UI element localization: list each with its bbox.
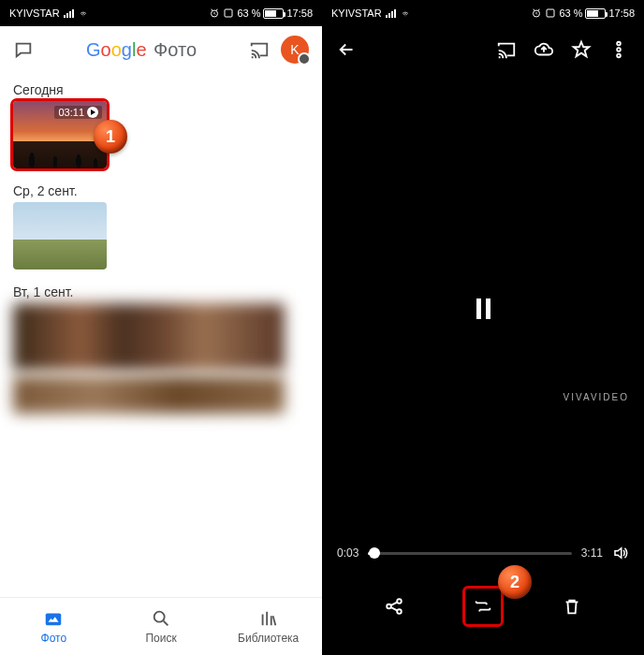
video-thumbnail[interactable]: 03:11: [13, 101, 107, 168]
svg-point-7: [617, 48, 621, 51]
svg-point-3: [154, 612, 165, 622]
sync-badge-icon: [298, 52, 311, 66]
app-header: Google Фото K: [0, 26, 322, 73]
svg-rect-1: [225, 9, 232, 17]
clock: 17:58: [608, 7, 635, 19]
svg-point-6: [617, 42, 621, 46]
volume-icon[interactable]: [612, 545, 629, 561]
clock: 17:58: [286, 7, 313, 19]
svg-rect-5: [547, 9, 554, 17]
delete-button[interactable]: [551, 586, 593, 627]
battery-pct: 63 %: [237, 7, 260, 19]
bottom-nav: Фото Поиск Библиотека: [0, 597, 322, 655]
section-sep1: Вт, 1 сент.: [0, 275, 322, 419]
time-elapsed: 0:03: [337, 546, 359, 560]
signal-icon: [386, 9, 396, 18]
status-bar: KYIVSTAR 63 % 17:58: [322, 0, 644, 26]
search-icon: [151, 608, 171, 629]
video-duration-badge: 03:11: [54, 106, 102, 119]
photo-thumbnail[interactable]: [13, 202, 107, 269]
pause-icon[interactable]: [476, 298, 490, 319]
section-sep2: Ср, 2 сент.: [0, 174, 322, 275]
screen-gallery: KYIVSTAR 63 % 17:58 Google Фото K Сегодн…: [0, 0, 322, 655]
section-today: Сегодня 03:11: [0, 73, 322, 174]
video-area[interactable]: [322, 56, 644, 561]
cast-icon[interactable]: [249, 39, 270, 60]
seek-thumb[interactable]: [369, 547, 380, 559]
seek-track[interactable]: [368, 552, 571, 555]
messages-icon[interactable]: [13, 39, 34, 60]
play-icon: [87, 107, 98, 118]
action-bar: [322, 586, 644, 627]
time-duration: 3:11: [581, 546, 603, 560]
section-title: Ср, 2 сент.: [13, 183, 309, 198]
edit-button[interactable]: [462, 586, 504, 627]
screen-player: KYIVSTAR 63 % 17:58 VIVAVIDEO 0:03 3:11: [322, 0, 644, 655]
alarm-icon: [531, 7, 542, 19]
battery-icon: [585, 8, 606, 19]
app-logo: Google Фото: [45, 39, 238, 61]
section-title: Сегодня: [13, 82, 309, 97]
callout-badge-1: 1: [94, 120, 127, 153]
carrier-label: KYIVSTAR: [331, 7, 382, 19]
share-button[interactable]: [373, 586, 415, 627]
battery-icon: [263, 8, 284, 19]
section-title: Вт, 1 сент.: [13, 284, 309, 299]
nfc-icon: [545, 7, 556, 19]
avatar[interactable]: K: [281, 36, 309, 64]
nav-photos[interactable]: Фото: [0, 598, 108, 655]
nfc-icon: [223, 7, 234, 19]
battery-pct: 63 %: [559, 7, 582, 19]
nav-search[interactable]: Поиск: [108, 598, 215, 655]
wifi-icon: [78, 9, 89, 18]
wifi-icon: [400, 9, 411, 18]
alarm-icon: [209, 7, 220, 19]
watermark: VIVAVIDEO: [564, 392, 629, 402]
photo-thumbnail[interactable]: [13, 303, 285, 371]
callout-badge-2: 2: [498, 565, 532, 599]
library-icon: [258, 608, 279, 629]
progress-bar: 0:03 3:11: [322, 545, 644, 561]
photos-icon: [43, 608, 64, 629]
nav-library[interactable]: Библиотека: [214, 598, 322, 655]
signal-icon: [64, 9, 74, 18]
status-bar: KYIVSTAR 63 % 17:58: [0, 0, 322, 26]
carrier-label: KYIVSTAR: [9, 7, 60, 19]
photo-thumbnail[interactable]: [13, 376, 285, 414]
